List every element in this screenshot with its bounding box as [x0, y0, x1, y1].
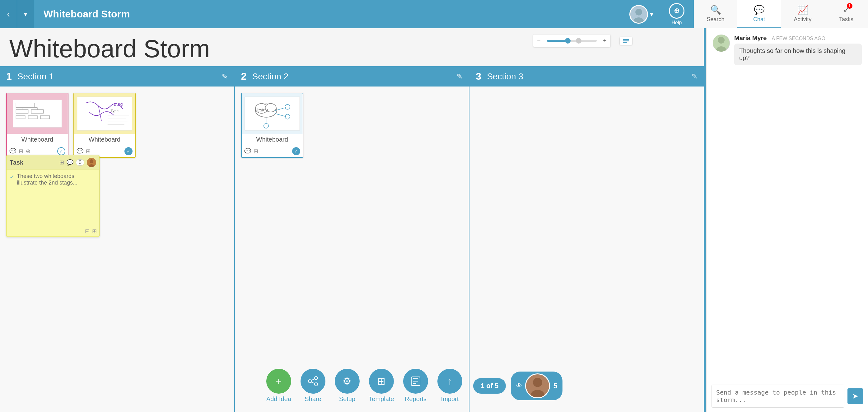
zoom-track [547, 40, 567, 42]
check-icon-3[interactable]: ✓ [292, 147, 300, 155]
section-3-edit-icon[interactable]: ✎ [691, 72, 698, 81]
task-assignee-avatar [87, 158, 96, 167]
nav-down-button[interactable]: ▾ [17, 0, 34, 28]
setup-icon: ⚙ [335, 369, 360, 394]
template-icon: ⊞ [369, 369, 394, 394]
chat-meta: Maria Myre A Few Seconds Ago [734, 34, 862, 42]
whiteboard-thumb-2: Burg Type [74, 93, 135, 134]
chat-input[interactable] [712, 385, 844, 408]
whiteboard-card-2[interactable]: Burg Type Whiteboard [73, 93, 136, 158]
comment-icon-1[interactable]: 💬 [9, 148, 16, 155]
participants-count: 1 of 5 [473, 378, 506, 394]
task-card-footer: ⊟ ⊞ [6, 226, 99, 236]
chat-sender-avatar [713, 34, 730, 52]
whiteboard-drawing-3: design [242, 93, 303, 134]
canvas-area: Whiteboard Storm − + 1 [0, 28, 704, 412]
whiteboard-card-3[interactable]: design [241, 93, 303, 158]
task-card: Task ⊞ 💬 0 [6, 155, 99, 237]
svg-point-36 [314, 383, 318, 386]
comment-icon-3[interactable]: 💬 [244, 148, 251, 155]
task-layers-icon[interactable]: ⊞ [59, 159, 64, 166]
help-button[interactable]: ⊕ Help [659, 0, 694, 28]
nav-title: Whiteboard Storm [34, 8, 623, 20]
page-title: Whiteboard Storm [0, 28, 704, 66]
section-2-name: Section 2 [252, 71, 456, 82]
share-label: Share [305, 395, 321, 403]
link-icon-1[interactable]: ⊕ [26, 148, 30, 155]
svg-point-47 [718, 37, 724, 43]
user-avatar-area[interactable]: ▾ [623, 5, 659, 24]
chat-divider [704, 28, 706, 412]
section-3-column: 3 Section 3 ✎ [469, 66, 704, 412]
chat-panel: Maria Myre A Few Seconds Ago Thoughts so… [707, 28, 868, 412]
tab-search[interactable]: 🔍 Search [694, 0, 737, 28]
task-check-icon: ✓ [10, 174, 14, 180]
import-label: Import [441, 395, 459, 403]
import-button[interactable]: ↑ Import [433, 369, 467, 403]
tab-chat[interactable]: 💬 Chat [737, 0, 781, 28]
tab-activity[interactable]: 📈 Activity [781, 0, 825, 28]
svg-text:design: design [255, 108, 268, 112]
section-3-header: 3 Section 3 ✎ [469, 66, 704, 87]
zoom-minus-button[interactable]: − [533, 34, 545, 47]
whiteboard-actions-3: 💬 ⊞ ✓ [242, 145, 303, 157]
task-expand-icon[interactable]: ⊟ [85, 228, 90, 235]
task-more-icon[interactable]: ⊞ [92, 228, 97, 235]
section-1-number: 1 [6, 71, 12, 82]
sections-container: 1 Section 1 ✎ [0, 66, 704, 412]
section-1-body: Whiteboard 💬 ⊞ ⊕ ✓ [0, 87, 234, 412]
section-2-body: design [235, 87, 469, 412]
svg-point-1 [635, 9, 642, 16]
svg-point-34 [308, 380, 311, 383]
zoom-plus-button[interactable]: + [599, 34, 611, 47]
online-count: 5 [553, 382, 557, 390]
chat-send-button[interactable]: ➤ [847, 388, 863, 404]
whiteboard-label-3: Whiteboard [242, 134, 303, 145]
nav-back-button[interactable]: ‹ [0, 0, 17, 28]
section-1-edit-icon[interactable]: ✎ [222, 72, 228, 81]
right-panel: Maria Myre A Few Seconds Ago Thoughts so… [706, 28, 868, 412]
zoom-thumb-secondary[interactable] [576, 38, 582, 43]
comment-icon-2[interactable]: 💬 [76, 148, 83, 155]
task-header-icons: ⊞ 💬 0 [59, 158, 96, 167]
help-icon: ⊕ [669, 3, 684, 19]
chat-input-area: ➤ [707, 380, 868, 412]
task-description: These two whiteboards illustrate the 2nd… [17, 173, 96, 186]
online-participants[interactable]: 👁 5 [511, 372, 562, 400]
section-2-cards: design [241, 93, 463, 158]
svg-rect-23 [245, 97, 299, 130]
whiteboard-card-1[interactable]: Whiteboard 💬 ⊞ ⊕ ✓ [6, 93, 68, 158]
task-card-header: Task ⊞ 💬 0 [6, 155, 99, 170]
template-button[interactable]: ⊞ Template [364, 369, 399, 403]
svg-point-35 [314, 377, 318, 380]
top-nav: ‹ ▾ Whiteboard Storm ▾ ⊕ Help 🔍 Search 💬 [0, 0, 868, 28]
check-icon-1[interactable]: ✓ [57, 147, 65, 155]
section-2-header: 2 Section 2 ✎ [235, 66, 469, 87]
nav-right-area: ▾ ⊕ Help [623, 0, 694, 28]
zoom-slider[interactable] [547, 40, 597, 42]
expand-icon-2[interactable]: ⊞ [86, 148, 91, 155]
search-icon: 🔍 [710, 5, 721, 15]
add-idea-button[interactable]: + Add Idea [261, 369, 296, 403]
section-2-edit-icon[interactable]: ✎ [456, 72, 463, 81]
tab-tasks[interactable]: ✓ 1 Tasks [825, 0, 868, 28]
section-3-body [469, 87, 704, 412]
reports-label: Reports [405, 395, 427, 403]
expand-icon-1[interactable]: ⊞ [19, 148, 23, 155]
add-idea-icon: + [266, 369, 291, 394]
chat-label: Chat [753, 16, 765, 23]
setup-button[interactable]: ⚙ Setup [330, 369, 364, 403]
zoom-thumb-primary[interactable] [565, 38, 570, 43]
expand-icon-3[interactable]: ⊞ [253, 148, 258, 155]
svg-text:Type: Type [111, 109, 119, 113]
reports-button[interactable]: Reports [399, 369, 433, 403]
main-content: Whiteboard Storm − + 1 [0, 28, 868, 412]
chat-bubble-area: Maria Myre A Few Seconds Ago Thoughts so… [734, 34, 862, 65]
format-icon[interactable] [620, 37, 632, 45]
eye-icon: 👁 [516, 382, 522, 389]
task-comment-icon[interactable]: 💬 [67, 159, 73, 166]
share-icon [301, 369, 326, 394]
share-button[interactable]: Share [296, 369, 330, 403]
svg-point-44 [533, 378, 542, 387]
check-icon-2[interactable]: ✓ [124, 147, 132, 155]
